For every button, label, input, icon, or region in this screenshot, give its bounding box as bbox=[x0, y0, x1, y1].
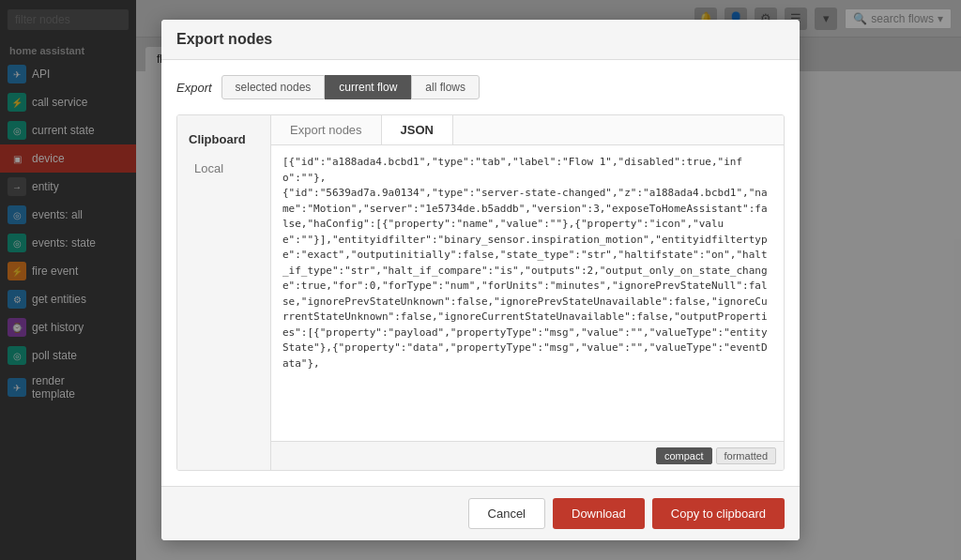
content-main-tabs: Export nodes JSON bbox=[271, 115, 784, 145]
export-modal: Export nodes Export selected nodes curre… bbox=[161, 20, 800, 540]
modal-title: Export nodes bbox=[176, 31, 272, 48]
content-tab-json[interactable]: JSON bbox=[382, 115, 453, 144]
export-label: Export bbox=[176, 81, 212, 95]
modal-overlay: Export nodes Export selected nodes curre… bbox=[0, 0, 961, 560]
content-sidebar: Clipboard Local bbox=[177, 115, 271, 470]
json-area: [{"id":"a188ada4.bcbd1","type":"tab","la… bbox=[271, 145, 784, 441]
cancel-button[interactable]: Cancel bbox=[468, 498, 545, 529]
content-panel: Clipboard Local Export nodes JSON [{"id"… bbox=[176, 114, 785, 471]
clipboard-sidebar-item[interactable]: Clipboard bbox=[177, 125, 270, 154]
content-tab-export-nodes[interactable]: Export nodes bbox=[271, 115, 382, 144]
export-tabs: Export selected nodes current flow all f… bbox=[176, 75, 785, 99]
export-tab-all-flows[interactable]: all flows bbox=[411, 75, 480, 99]
copy-to-clipboard-button[interactable]: Copy to clipboard bbox=[652, 498, 785, 529]
json-text: [{"id":"a188ada4.bcbd1","type":"tab","la… bbox=[282, 155, 772, 371]
content-main: Export nodes JSON [{"id":"a188ada4.bcbd1… bbox=[271, 115, 784, 470]
formatted-format-button[interactable]: formatted bbox=[716, 447, 776, 464]
modal-header: Export nodes bbox=[161, 20, 800, 60]
format-buttons: compact formatted bbox=[271, 441, 784, 470]
compact-format-button[interactable]: compact bbox=[656, 447, 712, 464]
local-sidebar-item[interactable]: Local bbox=[177, 154, 270, 183]
modal-footer: Cancel Download Copy to clipboard bbox=[161, 486, 800, 540]
modal-body: Export selected nodes current flow all f… bbox=[161, 60, 800, 486]
export-tab-current-flow[interactable]: current flow bbox=[325, 75, 411, 99]
export-tab-selected-nodes[interactable]: selected nodes bbox=[221, 75, 326, 99]
download-button[interactable]: Download bbox=[553, 498, 645, 529]
